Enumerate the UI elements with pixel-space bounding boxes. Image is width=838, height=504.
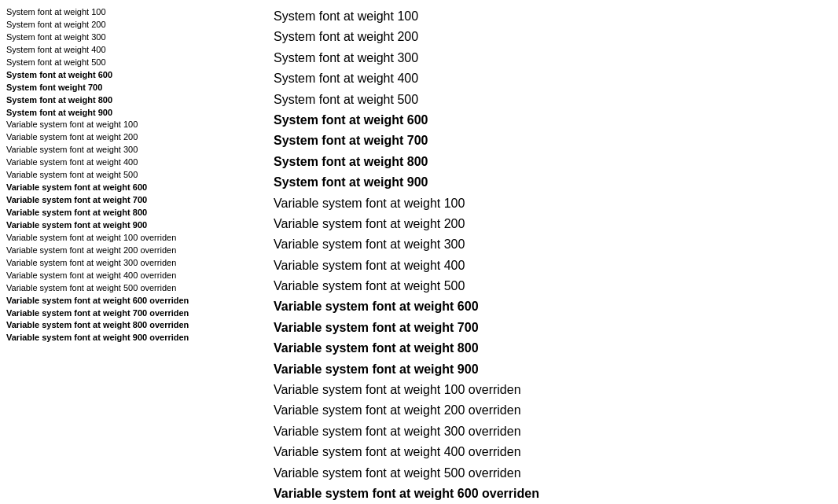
variable-font-weight-line: Variable system font at weight 300 bbox=[274, 234, 832, 255]
font-weight-line: System font at weight 500 bbox=[6, 57, 258, 69]
left-column: System font at weight 100System font at … bbox=[6, 6, 258, 504]
variable-font-weight-line: Variable system font at weight 600 bbox=[6, 182, 258, 194]
variable-font-weight-line: Variable system font at weight 400 bbox=[6, 156, 258, 169]
font-weight-line: System font at weight 900 bbox=[274, 172, 832, 193]
variable-font-overriden-line: Variable system font at weight 600 overr… bbox=[274, 484, 832, 504]
font-weight-line: System font at weight 400 bbox=[6, 44, 258, 57]
variable-font-overriden-line: Variable system font at weight 800 overr… bbox=[6, 319, 258, 332]
font-weight-line: System font at weight 200 bbox=[274, 27, 832, 47]
variable-font-overriden-line: Variable system font at weight 400 overr… bbox=[6, 270, 258, 282]
font-weight-line: System font at weight 900 bbox=[6, 107, 258, 120]
variable-font-weight-line: Variable system font at weight 400 bbox=[274, 256, 832, 276]
font-weight-line: System font at weight 300 bbox=[274, 48, 832, 68]
variable-font-weight-line: Variable system font at weight 800 bbox=[274, 338, 832, 359]
font-weight-line: System font at weight 800 bbox=[274, 152, 832, 172]
variable-font-weight-line: Variable system font at weight 500 bbox=[6, 169, 258, 182]
variable-font-weight-line: Variable system font at weight 100 bbox=[6, 119, 258, 131]
font-weight-line: System font at weight 800 bbox=[6, 94, 258, 107]
variable-font-weight-line: Variable system font at weight 300 bbox=[6, 144, 258, 156]
variable-font-weight-line: Variable system font at weight 500 bbox=[274, 276, 832, 296]
variable-font-weight-line: Variable system font at weight 900 bbox=[274, 359, 832, 380]
font-weight-line: System font at weight 600 bbox=[6, 69, 258, 82]
variable-font-weight-line: Variable system font at weight 900 bbox=[6, 219, 258, 232]
variable-font-overriden-line: Variable system font at weight 300 overr… bbox=[274, 421, 832, 442]
variable-font-overriden-line: Variable system font at weight 500 overr… bbox=[274, 463, 832, 484]
variable-font-weight-line: Variable system font at weight 700 bbox=[274, 318, 832, 338]
font-weight-line: System font at weight 600 bbox=[274, 110, 832, 131]
variable-font-weight-line: Variable system font at weight 800 bbox=[6, 207, 258, 219]
variable-font-overriden-line: Variable system font at weight 500 overr… bbox=[6, 282, 258, 295]
variable-font-weight-line: Variable system font at weight 200 bbox=[274, 214, 832, 234]
font-weight-line: System font at weight 100 bbox=[274, 6, 832, 27]
variable-font-overriden-line: Variable system font at weight 200 overr… bbox=[274, 400, 832, 421]
font-weight-line: System font at weight 200 bbox=[6, 19, 258, 31]
font-weight-line: System font at weight 100 bbox=[6, 6, 258, 19]
variable-font-weight-line: Variable system font at weight 100 bbox=[274, 193, 832, 214]
variable-font-overriden-line: Variable system font at weight 100 overr… bbox=[274, 380, 832, 400]
main-layout: System font at weight 100System font at … bbox=[6, 6, 832, 504]
variable-font-overriden-line: Variable system font at weight 700 overr… bbox=[6, 307, 258, 320]
font-weight-line: System font at weight 300 bbox=[6, 31, 258, 44]
font-weight-line: System font at weight 500 bbox=[274, 90, 832, 110]
variable-font-overriden-line: Variable system font at weight 300 overr… bbox=[6, 257, 258, 270]
variable-font-weight-line: Variable system font at weight 600 bbox=[274, 296, 832, 317]
variable-font-weight-line: Variable system font at weight 200 bbox=[6, 131, 258, 144]
variable-font-overriden-line: Variable system font at weight 100 overr… bbox=[6, 232, 258, 245]
font-weight-line: System font weight 700 bbox=[6, 82, 258, 94]
variable-font-overriden-line: Variable system font at weight 600 overr… bbox=[6, 295, 258, 307]
right-column: System font at weight 100System font at … bbox=[258, 6, 832, 504]
font-weight-line: System font at weight 400 bbox=[274, 68, 832, 89]
variable-font-overriden-line: Variable system font at weight 400 overr… bbox=[274, 442, 832, 462]
font-weight-line: System font at weight 700 bbox=[274, 131, 832, 151]
variable-font-overriden-line: Variable system font at weight 200 overr… bbox=[6, 245, 258, 257]
variable-font-overriden-line: Variable system font at weight 900 overr… bbox=[6, 332, 258, 344]
variable-font-weight-line: Variable system font at weight 700 bbox=[6, 194, 258, 207]
